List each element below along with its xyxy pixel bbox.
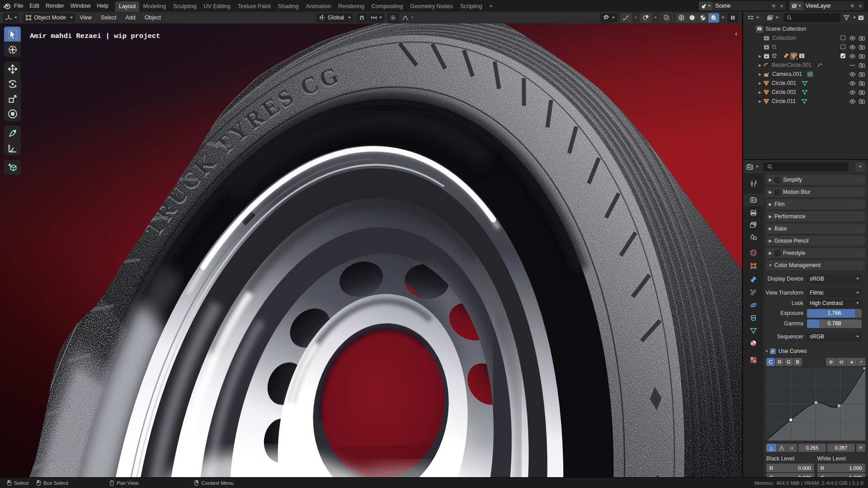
svg-text:‹: ‹ (735, 30, 737, 37)
svg-text:Amir mahdi Rezaei | wip projec: Amir mahdi Rezaei | wip project (30, 32, 160, 40)
